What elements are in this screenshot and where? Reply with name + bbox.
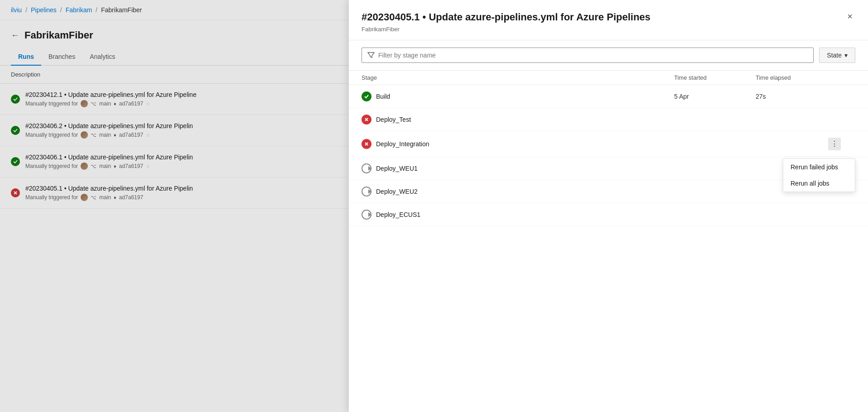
col-actions (828, 74, 855, 81)
chevron-down-icon: ▾ (844, 52, 848, 59)
stage-time-started-build: 5 Apr (674, 93, 756, 100)
stage-row-build[interactable]: Build 5 Apr 27s (349, 85, 868, 108)
stage-name-deploy-ecus1: Deploy_ECUS1 (376, 211, 420, 218)
stages-table-header: Stage Time started Time elapsed (349, 71, 868, 85)
stage-name-deploy-weu2: Deploy_WEU2 (376, 188, 418, 195)
stage-status-icon-build (362, 91, 371, 101)
stage-status-icon-deploy-ecus1 (362, 210, 371, 220)
stage-row-deploy-integration[interactable]: Deploy_Integration ⋮ Rerun failed jobs R… (349, 131, 868, 157)
close-button[interactable]: × (843, 9, 857, 24)
state-button-label: State (827, 52, 842, 59)
stage-name-cell-deploy-weu1: Deploy_WEU1 (362, 163, 674, 173)
stage-name-cell-deploy-weu2: Deploy_WEU2 (362, 187, 674, 196)
stage-name-build: Build (376, 93, 390, 100)
stage-name-cell-deploy-test: Deploy_Test (362, 115, 674, 125)
stage-name-deploy-weu1: Deploy_WEU1 (376, 165, 418, 172)
col-time-elapsed: Time elapsed (756, 74, 828, 81)
stage-more-button-deploy-integration[interactable]: ⋮ (828, 138, 841, 150)
stage-status-icon-deploy-test (362, 115, 371, 125)
panel-title: #20230405.1 • Update azure-pipelines.yml… (362, 11, 855, 24)
stage-name-cell-build: Build (362, 91, 674, 101)
stage-name-deploy-integration: Deploy_Integration (376, 140, 429, 148)
stage-name-cell-deploy-ecus1: Deploy_ECUS1 (362, 210, 674, 220)
panel-header: #20230405.1 • Update azure-pipelines.yml… (349, 0, 868, 40)
stage-row-deploy-ecus1[interactable]: Deploy_ECUS1 (349, 203, 868, 226)
stage-status-icon-deploy-weu1 (362, 163, 371, 173)
stage-status-icon-deploy-integration (362, 139, 371, 149)
side-panel: #20230405.1 • Update azure-pipelines.yml… (349, 0, 868, 412)
filter-icon (367, 52, 375, 59)
stage-row-deploy-test[interactable]: Deploy_Test (349, 108, 868, 131)
context-menu-item-rerun-failed[interactable]: Rerun failed jobs (783, 159, 855, 175)
col-stage: Stage (362, 74, 674, 81)
stage-name-cell-deploy-integration: Deploy_Integration (362, 139, 674, 149)
panel-subtitle: FabrikamFiber (362, 26, 855, 33)
stages-list: Build 5 Apr 27s Deploy_Test (349, 85, 868, 412)
context-menu: Rerun failed jobs Rerun all jobs (783, 158, 855, 192)
filter-stage-input[interactable] (378, 52, 808, 59)
filter-input-wrapper (362, 48, 814, 63)
stage-name-deploy-test: Deploy_Test (376, 116, 411, 123)
stage-status-icon-deploy-weu2 (362, 187, 371, 196)
stage-time-elapsed-build: 27s (756, 93, 828, 100)
col-time-started: Time started (674, 74, 756, 81)
context-menu-item-rerun-all[interactable]: Rerun all jobs (783, 175, 855, 192)
filter-row: State ▾ (349, 40, 868, 71)
state-dropdown-button[interactable]: State ▾ (819, 48, 855, 63)
